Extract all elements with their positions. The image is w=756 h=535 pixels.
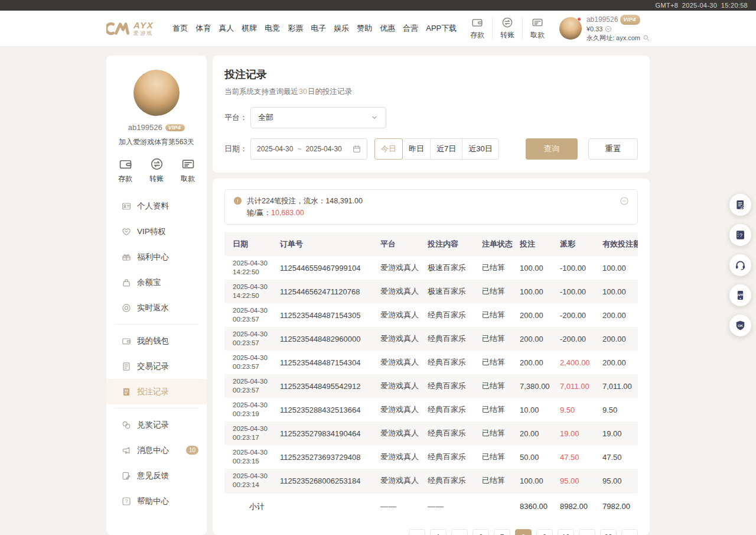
sidebar-action-取款[interactable]: 取款	[181, 157, 195, 184]
range-button-今日[interactable]: 今日	[374, 138, 403, 160]
cell-status: 已结算	[482, 404, 520, 415]
menu-item-label: 我的钱包	[137, 336, 169, 346]
cell-valid-amount: 100.00	[602, 264, 638, 273]
nav-item-APP下载[interactable]: APP下载	[426, 23, 457, 34]
page-button-8[interactable]: 8	[515, 529, 532, 535]
page-button-9[interactable]: 9	[536, 529, 553, 535]
sidebar-item-VIP特权[interactable]: VIP特权	[106, 219, 207, 244]
main-nav: 首页体育真人棋牌电竞彩票电子娱乐赞助优惠合营APP下载	[172, 23, 457, 34]
sidebar-item-我的钱包[interactable]: 我的钱包	[106, 328, 207, 354]
nav-item-优惠[interactable]: 优惠	[380, 23, 395, 34]
cell-bet-content: 极速百家乐	[428, 262, 482, 273]
cell-valid-amount: 95.00	[602, 476, 638, 485]
summary-bar: ! 共计224笔投注，流水：148,391.00 输/赢：10,683.00	[224, 189, 638, 225]
summary-line1: 共计224笔投注，流水：148,391.00	[247, 195, 363, 207]
menu-item-label: 福利中心	[137, 252, 169, 262]
nav-item-真人[interactable]: 真人	[219, 23, 234, 34]
nav-item-娱乐[interactable]: 娱乐	[334, 23, 349, 34]
cell-bet-amount: 50.00	[520, 453, 560, 462]
prev-page-button[interactable]: <	[409, 529, 425, 535]
subtotal-label: 小计	[224, 501, 280, 512]
page-button-10[interactable]: 10	[558, 529, 574, 535]
search-button[interactable]: 查询	[526, 138, 578, 160]
username[interactable]: ab199526	[586, 15, 618, 24]
user-avatar[interactable]	[559, 17, 582, 40]
sidebar-item-兑奖记录[interactable]: 兑奖记录	[106, 412, 207, 437]
topbar-clock: GMT+8 2025-04-30 15:20:58	[656, 2, 748, 9]
topbar: GMT+8 2025-04-30 15:20:58	[0, 0, 756, 11]
table-row: 2025-04-3000:23:191125235288432513664爱游戏…	[224, 398, 638, 421]
page-button-6[interactable]: 6	[472, 529, 489, 535]
next-page-button[interactable]: >	[621, 529, 638, 535]
nav-item-电竞[interactable]: 电竞	[265, 23, 280, 34]
date-range-input[interactable]: 2025-04-30 ~ 2025-04-30	[250, 138, 367, 160]
sidebar-action-转账[interactable]: 转账	[149, 157, 164, 184]
cell-platform: 爱游戏真人	[380, 381, 428, 391]
sidebar-item-余额宝[interactable]: 余额宝	[106, 270, 207, 295]
reset-button[interactable]: 重置	[588, 138, 638, 160]
collapse-icon[interactable]	[620, 196, 629, 206]
nav-item-赞助[interactable]: 赞助	[357, 23, 372, 34]
float-button-ok-icon[interactable]: OK	[729, 314, 751, 336]
float-button-app-icon[interactable]: APP	[729, 284, 751, 306]
sidebar-item-个人资料[interactable]: 个人资料	[106, 193, 207, 219]
gift-icon	[122, 252, 131, 262]
brand-logo[interactable]: AYX 爱游戏	[106, 21, 154, 37]
profile-avatar[interactable]	[133, 70, 180, 116]
nav-item-彩票[interactable]: 彩票	[288, 23, 303, 34]
header-action-存款[interactable]: 存款	[462, 17, 492, 40]
float-button-service-icon[interactable]	[729, 254, 751, 276]
sidebar-item-投注记录[interactable]: 投注记录	[106, 379, 207, 404]
table-row: 2025-04-3000:23:571125235448495542912爱游戏…	[224, 374, 638, 398]
balance-refresh-icon[interactable]	[605, 25, 612, 33]
sidebar-menu: 个人资料VIP特权福利中心余额宝实时返水我的钱包交易记录投注记录兑奖记录消息中心…	[106, 193, 207, 514]
nav-item-体育[interactable]: 体育	[195, 23, 211, 34]
page-button-23[interactable]: 23	[600, 529, 617, 535]
cell-valid-amount: 7,011.00	[602, 382, 638, 391]
table-row: 2025-04-3000:23:571125235448482960000爱游戏…	[224, 327, 638, 351]
nav-item-棋牌[interactable]: 棋牌	[242, 23, 257, 34]
sidebar-item-帮助中心[interactable]: ?帮助中心	[106, 488, 207, 514]
doc-icon	[122, 362, 131, 371]
action-label: 存款	[118, 174, 132, 184]
info-icon: !	[233, 196, 242, 205]
cell-status: 已结算	[482, 475, 520, 486]
cell-date: 2025-04-3000:23:17	[224, 424, 280, 442]
sidebar-item-消息中心[interactable]: 消息中心10	[106, 437, 207, 463]
search-icon[interactable]	[643, 34, 650, 41]
cell-order-number: 1125235448487154304	[280, 358, 380, 367]
sidebar-item-福利中心[interactable]: 福利中心	[106, 244, 207, 270]
subtotal-platform: ——	[380, 502, 428, 511]
profile-vip-badge: VIP4	[165, 124, 185, 131]
pagination-ellipsis[interactable]: ...	[579, 529, 595, 535]
pagination-ellipsis[interactable]: ...	[451, 529, 468, 535]
sidebar-action-存款[interactable]: 存款	[118, 157, 132, 184]
float-button-survey-icon[interactable]	[729, 194, 751, 216]
nav-item-首页[interactable]: 首页	[172, 23, 188, 34]
cell-bet-content: 经典百家乐	[428, 310, 482, 320]
page-button-7[interactable]: 7	[494, 529, 510, 535]
range-button-近7日[interactable]: 近7日	[430, 138, 462, 160]
range-button-昨日[interactable]: 昨日	[402, 138, 431, 160]
card-icon	[532, 17, 543, 28]
cell-payout: 9.50	[560, 406, 602, 414]
header-action-转账[interactable]: 转账	[492, 17, 522, 40]
page-button-1[interactable]: 1	[430, 529, 447, 535]
sidebar-item-实时返水[interactable]: 实时返水	[106, 295, 207, 320]
sidebar-item-意见反馈[interactable]: 意见反馈	[106, 463, 207, 488]
cell-payout: -100.00	[560, 287, 602, 296]
sidebar-item-交易记录[interactable]: 交易记录	[106, 354, 207, 379]
coins-icon	[122, 420, 131, 430]
header-action-取款[interactable]: 取款	[522, 17, 552, 40]
svg-text:?: ?	[739, 232, 742, 238]
platform-select[interactable]: 全部	[250, 107, 386, 128]
cell-status: 已结算	[482, 310, 520, 320]
menu-item-label: 交易记录	[137, 361, 169, 372]
cell-valid-amount: 9.50	[602, 406, 638, 414]
cell-date: 2025-04-3000:23:14	[224, 472, 280, 489]
nav-item-合营[interactable]: 合营	[403, 23, 418, 34]
float-button-faq-icon[interactable]: ?	[729, 224, 751, 246]
range-button-近30日[interactable]: 近30日	[462, 138, 498, 160]
menu-item-label: 意见反馈	[137, 471, 169, 481]
nav-item-电子[interactable]: 电子	[311, 23, 326, 34]
